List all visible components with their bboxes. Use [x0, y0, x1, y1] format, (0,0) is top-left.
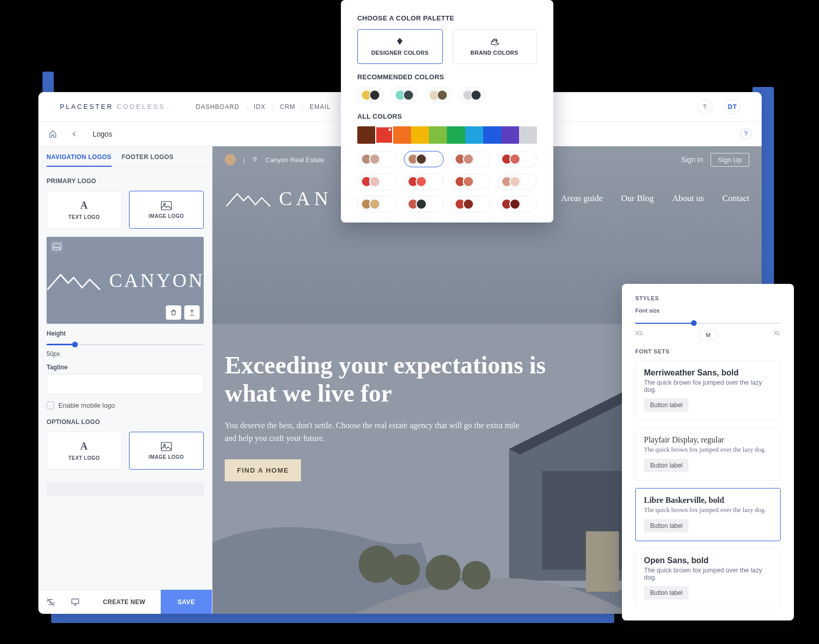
nav-areas-guide[interactable]: Areas guide [561, 193, 603, 204]
hero: Exceeding your expectations is what we l… [225, 351, 557, 481]
primary-text-logo-option[interactable]: A TEXT LOGO [47, 191, 122, 229]
styles-title: STYLES [635, 295, 781, 301]
height-label: Height [47, 330, 204, 337]
recommended-swatch[interactable] [391, 87, 418, 103]
color-pair-swatch[interactable] [404, 196, 443, 212]
color-pair-swatch[interactable] [357, 173, 397, 190]
mountain-icon [225, 188, 272, 209]
create-new-button[interactable]: CREATE NEW [88, 598, 161, 606]
delete-logo-button[interactable] [166, 305, 181, 320]
preview-signup[interactable]: Sign Up [710, 153, 749, 167]
preview-signin[interactable]: Sign In [681, 156, 703, 164]
font-set-option[interactable]: Playfair Display, regularThe quick brown… [635, 428, 781, 481]
hue-swatch[interactable] [519, 126, 537, 144]
font-set-button-preview: Button label [644, 519, 688, 532]
font-size-marks: XS M XL [635, 330, 781, 340]
font-set-option[interactable]: Merriweather Sans, boldThe quick brown f… [635, 361, 781, 420]
font-size-slider[interactable] [635, 320, 781, 327]
optional-logo-placeholder [47, 482, 204, 496]
primary-image-logo-option[interactable]: IMAGE LOGO [129, 191, 204, 229]
color-pair-swatch[interactable] [357, 196, 397, 212]
size-xs: XS [635, 330, 643, 340]
size-xl: XL [774, 330, 781, 340]
hue-swatch[interactable] [375, 126, 393, 144]
hue-swatch[interactable] [429, 126, 447, 144]
designer-colors-label: DESIGNER COLORS [371, 50, 428, 56]
hue-swatch[interactable] [411, 126, 429, 144]
svg-rect-3 [161, 442, 171, 450]
svg-point-15 [492, 41, 493, 42]
hue-swatch[interactable] [357, 126, 375, 144]
font-set-button-preview: Button label [644, 586, 688, 599]
svg-point-13 [462, 561, 490, 590]
palette-icon [489, 37, 500, 46]
text-logo-label: TEXT LOGO [69, 455, 100, 461]
logo-preview: CANYON [47, 237, 204, 324]
back-icon[interactable] [66, 126, 82, 142]
tagline-input[interactable] [47, 374, 204, 394]
upload-logo-button[interactable] [184, 305, 200, 320]
svg-point-17 [495, 40, 497, 41]
hue-swatch[interactable] [393, 126, 411, 144]
nav-idx[interactable]: IDX [254, 103, 266, 110]
recommended-swatch[interactable] [459, 87, 485, 103]
hue-swatch[interactable] [447, 126, 465, 144]
brand-colors-option[interactable]: BRAND COLORS [452, 29, 537, 64]
svg-rect-0 [161, 201, 171, 209]
hero-cta[interactable]: FIND A HOME [225, 459, 301, 481]
hue-swatch[interactable] [483, 126, 501, 144]
device-preview-icon[interactable] [63, 597, 88, 607]
color-pair-swatch[interactable] [498, 196, 537, 212]
font-set-option[interactable]: Open Sans, boldThe quick brown fox jumpe… [635, 548, 781, 608]
color-pair-swatch[interactable] [404, 151, 443, 167]
height-value: 50px [47, 350, 204, 358]
nav-crm[interactable]: CRM [280, 103, 295, 110]
nav-contact[interactable]: Contact [722, 193, 749, 204]
nav-email[interactable]: EMAIL [310, 103, 331, 110]
font-set-option[interactable]: Libre Baskerville, boldThe quick brown f… [635, 488, 781, 541]
color-pair-swatch[interactable] [451, 196, 490, 212]
text-logo-icon: A [80, 440, 88, 452]
height-slider[interactable] [47, 340, 204, 348]
font-set-sample: The quick brown fox jumped over the lazy… [644, 567, 772, 581]
hue-swatch[interactable] [465, 126, 483, 144]
user-avatar[interactable]: DT [725, 99, 740, 115]
enable-mobile-logo-row[interactable]: Enable mobile logo [47, 402, 204, 409]
color-pair-swatch[interactable] [404, 173, 443, 190]
nav-dashboard[interactable]: DASHBOARD [196, 103, 240, 110]
tab-navigation-logos[interactable]: NAVIGATION LOGOS [47, 153, 112, 167]
hero-body: You deserve the best, don't settle. Choo… [225, 419, 532, 445]
save-button[interactable]: SAVE [161, 590, 212, 614]
visibility-toggle-icon[interactable] [38, 597, 63, 607]
optional-image-logo-option[interactable]: IMAGE LOGO [129, 432, 204, 470]
font-set-name: Playfair Display, regular [644, 435, 772, 445]
hue-swatch[interactable] [501, 126, 519, 144]
font-set-sample: The quick brown fox jumped over the lazy… [644, 446, 772, 454]
optional-logo-title: OPTIONAL LOGO [47, 418, 204, 426]
color-pair-swatch[interactable] [451, 173, 490, 190]
font-set-name: Libre Baskerville, bold [644, 496, 772, 505]
recommended-swatch[interactable] [425, 87, 451, 103]
size-m: M [699, 330, 717, 340]
tagline-label: Tagline [47, 364, 204, 371]
svg-point-12 [425, 555, 461, 590]
recommended-swatch[interactable] [357, 87, 384, 103]
color-pair-swatch[interactable] [357, 151, 397, 167]
color-pair-swatch[interactable] [498, 151, 537, 167]
preview-brand-word: CAN [279, 187, 332, 210]
image-logo-icon [161, 201, 172, 210]
svg-point-16 [494, 40, 495, 41]
color-pair-swatch[interactable] [498, 173, 537, 190]
svg-point-10 [358, 546, 396, 583]
designer-colors-option[interactable]: DESIGNER COLORS [357, 29, 443, 64]
svg-point-14 [254, 158, 255, 159]
help-icon[interactable]: ? [697, 99, 713, 115]
tab-footer-logos[interactable]: FOOTER LOGOS [122, 153, 174, 167]
color-pair-swatch[interactable] [451, 151, 490, 167]
nav-our-blog[interactable]: Our Blog [621, 193, 654, 204]
nav-about-us[interactable]: About us [672, 193, 704, 204]
info-icon[interactable]: ? [740, 128, 751, 140]
hue-strip[interactable] [357, 126, 537, 144]
optional-text-logo-option[interactable]: A TEXT LOGO [47, 432, 122, 470]
home-icon[interactable] [45, 126, 61, 142]
